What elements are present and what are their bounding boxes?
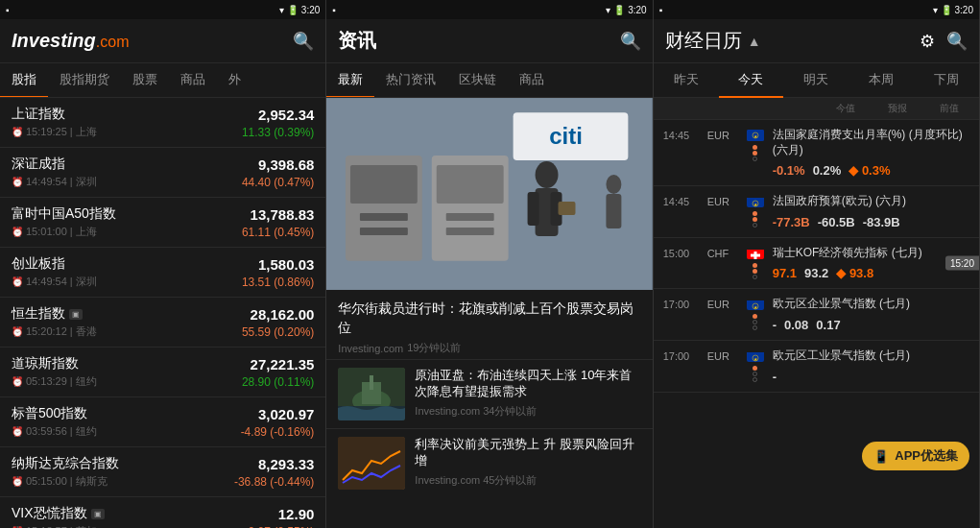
stock-item-ftse-a50[interactable]: 富时中国A50指数 13,788.83 ⏰15:01:00 | 上海 61.11… [0,198,325,248]
cal-tab-today[interactable]: 今天 [719,63,784,98]
status-left-2: ▪ [332,5,336,15]
cal-flag-severity-2: ★ [746,194,765,228]
battery-icon: 🔋 [287,5,299,15]
cal-tab-nextweek[interactable]: 下周 [914,63,979,98]
svg-point-12 [536,161,559,188]
cal-event-2[interactable]: 14:45 EUR ★ 法国政府预算(欧元) (六月) -77.3B [654,186,979,238]
status-bar-2: ▪ ▾ 🔋 3:20 [326,0,652,19]
tab-news-hot[interactable]: 热门资讯 [374,63,447,98]
cal-event-3[interactable]: 15:00 CHF 瑞士KOF经济领先指标 (七月) 97.1 [654,238,979,290]
search-icon-1[interactable]: 🔍 [293,31,314,52]
tab-news-commodities[interactable]: 商品 [508,63,556,98]
stock-time-4: ⏰14:49:54 | 深圳 [12,275,97,289]
cal-content-5: 欧元区工业景气指数 (七月) - [773,348,969,384]
cal-event-4[interactable]: 17:00 EUR ★ 欧元区企业景气指数 (七月) - [654,289,979,341]
cal-currency-3: CHF [707,246,738,259]
val-actual-4: - [773,318,777,332]
news-item-source-2: Investing.com 45分钟以前 [415,473,640,488]
cal-currency-5: EUR [707,348,738,362]
val-actual-2: -77.3B [773,215,810,229]
cal-event-1[interactable]: 14:45 EUR ★ 法国家庭消费支出月率(%) (月度环比) (六月) -0… [654,120,979,186]
severity-dots-1 [753,145,757,161]
stock-item-chuangye[interactable]: 创业板指 1,580.03 ⏰14:49:54 | 深圳 13.51 (0.86… [0,248,325,298]
stock-name-4: 创业板指 [12,255,65,273]
val-previous-3: ◆ 93.8 [836,266,873,280]
cal-event-name-2: 法国政府预算(欧元) (六月) [773,194,969,209]
tab-stocks-indices[interactable]: 股指 [0,63,48,98]
cal-content-1: 法国家庭消费支出月率(%) (月度环比) (六月) -0.1% 0.2% ◆ 0… [773,128,969,178]
stock-price-1: 2,952.34 [258,107,314,123]
tab-futures[interactable]: 股指期货 [48,63,121,98]
stock-name-9-wrapper: VIX恐慌指数 ▣ [12,505,105,522]
severity-dots-4 [753,314,757,330]
source-name-1: Investing.com [338,343,403,354]
news-text-1: 原油亚盘：布油连续四天上涨 10年来首次降息有望提振需求 Investing.c… [415,368,640,419]
header-2: 资讯 🔍 [326,19,652,63]
cal-event-name-5: 欧元区工业景气指数 (七月) [773,348,969,364]
stock-item-hangseng[interactable]: 恒生指数 ▣ 28,162.00 ⏰15:20:12 | 香港 55.59 (0… [0,298,325,348]
stock-time-1: ⏰15:19:25 | 上海 [12,125,97,139]
news-item-1[interactable]: 原油亚盘：布油连续四天上涨 10年来首次降息有望提振需求 Investing.c… [326,359,652,428]
tab-news-blockchain[interactable]: 区块链 [447,63,508,98]
severity-dots-2 [753,211,757,228]
col-severity [748,102,765,115]
news-hero-image[interactable]: citi [326,98,652,290]
cal-tab-tomorrow[interactable]: 明天 [783,63,849,98]
oil-image [338,368,405,420]
status-left-1: ▪ [6,5,10,15]
cal-event-name-4: 欧元区企业景气指数 (七月) [773,297,969,312]
search-icon-3[interactable]: 🔍 [946,31,968,52]
tab-more[interactable]: 外 [217,63,252,98]
news-hero-caption[interactable]: 华尔街裁员进行时：花旗或削减上百个股票交易岗位 Investing.com 19… [326,290,652,359]
signal-icon-2: ▪ [332,5,336,15]
stock-name-3: 富时中国A50指数 [12,205,116,223]
eu-flag-1: ★ [747,130,764,141]
status-right-3: ▾ 🔋 3:20 [933,5,973,15]
cal-values-4: - 0.08 0.17 [773,318,969,332]
svg-rect-16 [559,202,576,215]
tab-news-latest[interactable]: 最新 [326,63,374,98]
tab-shares[interactable]: 股票 [121,63,169,98]
stock-item-shenzhen[interactable]: 深证成指 9,398.68 ⏰14:49:54 | 深圳 44.40 (0.47… [0,148,325,198]
cal-flag-severity-5: ★ [746,348,765,382]
status-bar-1: ▪ ▾ 🔋 3:20 [0,0,325,19]
stock-change-7: -4.89 (-0.16%) [241,425,315,439]
stock-item-shangzheng[interactable]: 上证指数 2,952.34 ⏰15:19:25 | 上海 11.33 (0.39… [0,98,325,148]
stock-price-5: 28,162.00 [251,306,315,323]
tab-commodities[interactable]: 商品 [169,63,217,98]
news-hero-title: 华尔街裁员进行时：花旗或削减上百个股票交易岗位 [338,300,640,337]
cal-time-1: 14:45 [663,128,700,141]
filter-icon[interactable]: ⚙ [920,31,935,52]
svg-rect-14 [528,192,539,226]
stock-item-vix[interactable]: VIX恐慌指数 ▣ 12.90 ⏰15:18:57 | 芝加 0.07 (0.5… [0,497,325,528]
cal-values-3: 97.1 93.2 ◆ 93.8 [773,266,969,280]
cal-time-3: 15:00 [663,246,700,259]
severity-dots-3 [753,263,757,279]
tab-bar-2: 最新 热门资讯 区块链 商品 [326,63,652,98]
cal-content-3: 瑞士KOF经济领先指标 (七月) 97.1 93.2 ◆ 93.8 [773,246,969,281]
news-hero-source: Investing.com 19分钟以前 [338,341,640,355]
stock-item-nasdaq[interactable]: 纳斯达克综合指数 8,293.33 ⏰05:15:00 | 纳斯克 -36.88… [0,447,325,497]
live-badge: ▣ [69,309,83,320]
dot3 [753,156,757,161]
stock-item-dowjones[interactable]: 道琼斯指数 27,221.35 ⏰05:13:29 | 纽约 28.90 (0.… [0,348,325,397]
search-icon-2[interactable]: 🔍 [620,31,641,52]
stock-change-8: -36.88 (-0.44%) [234,475,314,489]
dot1 [753,263,757,268]
dot2 [753,217,757,222]
stock-change-9: 0.07 (0.55%) [249,525,315,529]
stock-price-4: 1,580.03 [258,256,314,273]
header-3: 财经日历 ▲ ⚙ 🔍 [654,19,979,63]
svg-text:citi: citi [550,123,584,149]
svg-rect-18 [607,194,622,228]
dot3 [753,275,757,279]
cal-event-5[interactable]: 17:00 EUR ★ 欧元区工业景气指数 (七月) - [654,341,979,393]
news-item-title-2: 利率决议前美元强势上 升 股票风险回升增 [415,437,640,469]
stock-item-sp500[interactable]: 标普500指数 3,020.97 ⏰03:59:56 | 纽约 -4.89 (-… [0,397,325,447]
cal-tab-yesterday[interactable]: 昨天 [654,63,719,98]
cal-tab-thisweek[interactable]: 本周 [849,63,914,98]
forecast-num-1: 0.2% [813,163,842,178]
col-forecast: 预报 [877,102,918,115]
col-currency [700,102,730,115]
news-item-2[interactable]: 利率决议前美元强势上 升 股票风险回升增 Investing.com 45分钟以… [326,428,652,497]
